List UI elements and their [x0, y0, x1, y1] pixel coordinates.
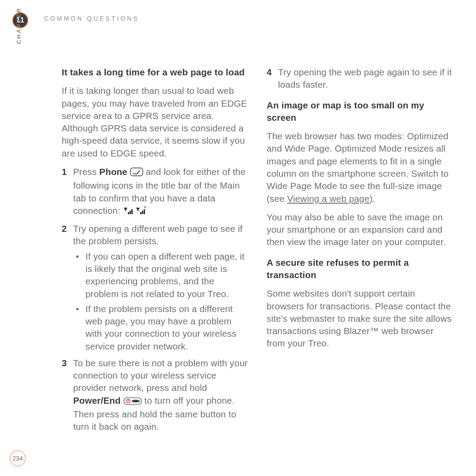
- svg-rect-6: [140, 212, 141, 214]
- step-3-body: To be sure there is not a problem with y…: [73, 357, 249, 433]
- step-2-bullet-2: • If the problem persists on a different…: [73, 303, 249, 353]
- step-1-body: Press Phone and look for either of the f…: [73, 166, 249, 218]
- step-2-bullet-1: • If you can open a different web page, …: [73, 250, 249, 300]
- svg-rect-7: [142, 211, 143, 214]
- step-3-text-a: To be sure there is not a problem with y…: [73, 358, 248, 393]
- step-4: 4 Try opening the web page again to see …: [267, 66, 454, 91]
- para-secure-site: Some websites don't support certain brow…: [267, 287, 454, 350]
- para-save-image: You may also be able to save the image o…: [267, 211, 454, 249]
- svg-rect-4: [130, 211, 131, 214]
- phone-key-icon: [130, 167, 143, 179]
- step-number: 2: [62, 223, 73, 353]
- step-2-bullet-2-text: If the problem persists on a different w…: [86, 303, 249, 353]
- svg-rect-5: [131, 209, 133, 214]
- svg-point-1: [133, 173, 134, 174]
- link-viewing-web-page[interactable]: Viewing a web page: [287, 193, 370, 204]
- step-number: 1: [62, 166, 73, 218]
- step-2: 2 Try opening a different web page to se…: [62, 223, 249, 353]
- bullet-dot-icon: •: [73, 303, 86, 353]
- content-area: It takes a long time for a web page to l…: [62, 66, 454, 438]
- signal-icon-2: [135, 206, 147, 218]
- heading-image-small: An image or map is too small on my scree…: [267, 100, 424, 123]
- para-image-small-b: ).: [369, 193, 375, 204]
- heading-secure-site: A secure site refuses to permit a transa…: [267, 257, 409, 280]
- step-2-bullet-1-text: If you can open a different web page, it…: [86, 250, 249, 300]
- step-1-text-a: Press: [73, 167, 99, 177]
- step-4-text: Try opening the web page again to see if…: [278, 66, 454, 91]
- column-left: It takes a long time for a web page to l…: [62, 66, 249, 438]
- chapter-label: CHAPTER: [15, 7, 22, 44]
- step-2-body: Try opening a different web page to see …: [73, 223, 249, 353]
- page: 11 CHAPTER COMMON QUESTIONS It takes a l…: [0, 0, 476, 476]
- step-3: 3 To be sure there is not a problem with…: [62, 357, 249, 433]
- column-right: 4 Try opening the web page again to see …: [267, 66, 454, 438]
- page-number: 234: [12, 455, 22, 462]
- running-head: COMMON QUESTIONS: [44, 15, 139, 22]
- heading-slow-load: It takes a long time for a web page to l…: [62, 67, 245, 77]
- svg-point-12: [132, 400, 140, 402]
- svg-point-2: [139, 171, 140, 171]
- svg-rect-3: [128, 212, 129, 214]
- para-image-small: The web browser has two modes: Optimized…: [267, 130, 454, 205]
- step-number: 4: [267, 66, 278, 91]
- svg-rect-0: [130, 168, 143, 176]
- step-1: 1 Press Phone and look for either of the…: [62, 166, 249, 218]
- power-end-label: Power/End: [73, 395, 121, 405]
- step-2-text: Try opening a different web page to see …: [73, 223, 242, 246]
- svg-rect-8: [144, 209, 145, 214]
- para-image-small-a: The web browser has two modes: Optimized…: [267, 131, 449, 203]
- step-number: 3: [62, 357, 73, 433]
- phone-key-label: Phone: [99, 167, 127, 177]
- para-slow-load-intro: If it is taking longer than usual to loa…: [62, 85, 249, 160]
- bullet-dot-icon: •: [73, 250, 86, 300]
- signal-icon-1: [123, 206, 133, 218]
- page-number-badge: 234: [10, 450, 26, 466]
- power-end-key-icon: [123, 396, 142, 408]
